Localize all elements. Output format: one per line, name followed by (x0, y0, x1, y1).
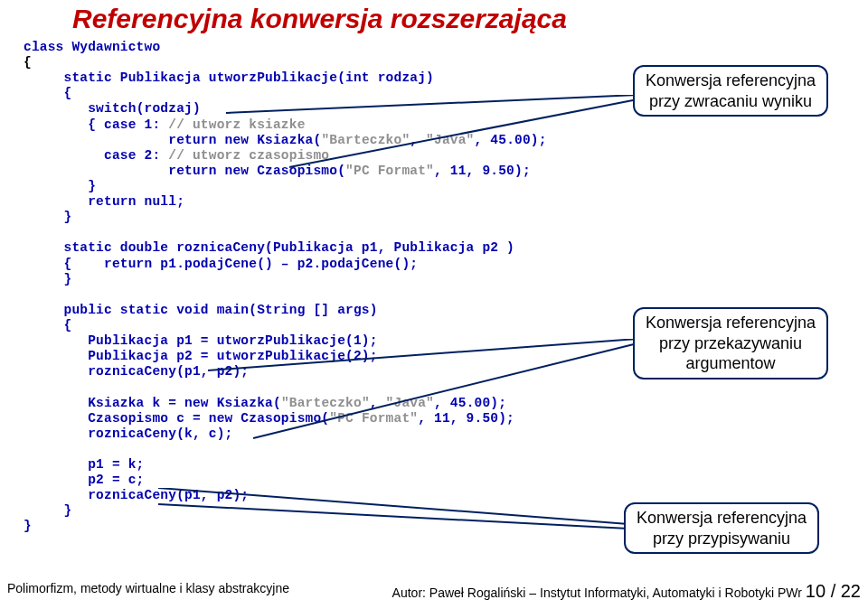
footer: Polimorfizm, metody wirtualne i klasy ab… (0, 581, 868, 602)
callout-assign: Konwersja referencyjna przy przypisywani… (624, 502, 819, 554)
footer-right: Autor: Paweł Rogaliński – Instytut Infor… (392, 581, 861, 602)
slide-title: Referencyjna konwersja rozszerzająca (0, 0, 868, 40)
footer-left: Polimorfizm, metody wirtualne i klasy ab… (7, 581, 289, 595)
callout-args: Konwersja referencyjna przy przekazywani… (633, 307, 828, 379)
callout-return: Konwersja referencyjna przy zwracaniu wy… (633, 65, 828, 117)
